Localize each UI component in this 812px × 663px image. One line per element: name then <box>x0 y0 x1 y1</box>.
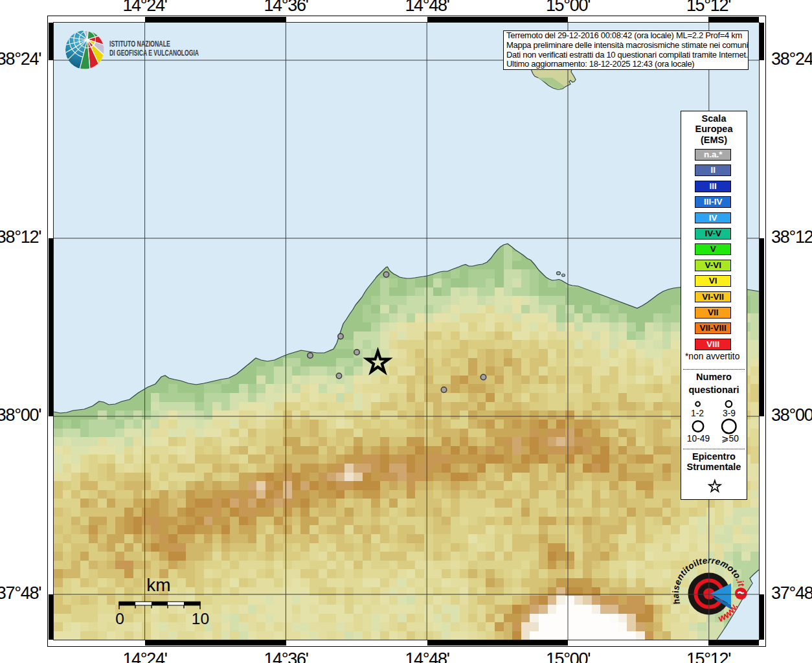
svg-text:⩾50: ⩾50 <box>721 434 739 444</box>
svg-text:1-2: 1-2 <box>691 409 704 418</box>
svg-text:3-9: 3-9 <box>723 409 736 418</box>
svg-text:10-49: 10-49 <box>687 434 710 444</box>
